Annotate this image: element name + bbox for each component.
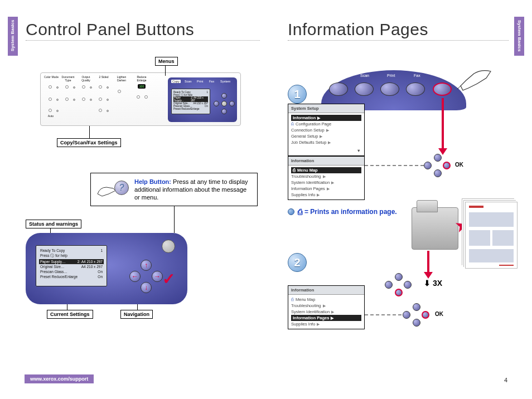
menu-system-setup: System Setup Information▶ ⎙Configuration… <box>288 104 365 156</box>
label-color-mode: Color Mode <box>43 75 60 79</box>
dpad-down-3x <box>385 273 413 295</box>
page-number: 4 <box>504 377 507 383</box>
tab-scan: Scan <box>185 80 192 83</box>
panel-lcd: Ready To Copy1 Press ⓘ for help Paper Su… <box>171 89 210 114</box>
callout-status-warnings: Status and warnings <box>26 220 81 228</box>
help-button-small <box>162 240 175 253</box>
label-2sided: 2 Sided <box>95 75 112 79</box>
nav-dpad: ↑ ← → ↓ ✓ <box>129 260 173 294</box>
help-button-icon: ? <box>114 181 129 195</box>
callout-menus: Menus <box>155 57 178 66</box>
step-1-badge: 1 <box>288 85 307 104</box>
sample-printout <box>465 202 518 269</box>
hand-press-system <box>453 68 492 104</box>
status-figure: Ready To Copy1 Press ⓘ for help Paper Su… <box>26 233 187 304</box>
tab-system: System <box>220 80 230 83</box>
printer-figure: ➤ <box>412 207 458 250</box>
title-information-pages: Information Pages <box>288 20 509 41</box>
ok-label-2: OK <box>435 311 443 317</box>
label-document-type: Document Type <box>60 75 76 82</box>
prints-info-label: ⎙= Prints an information page. <box>288 207 397 216</box>
ok-label-1: OK <box>455 162 463 168</box>
status-lcd: Ready To Copy1 Press ⓘ for help Paper Su… <box>36 245 107 286</box>
down-3x-label: 3X <box>424 279 442 288</box>
control-panel-figure: Color Mode Document Type Output Quality … <box>40 72 241 126</box>
tab-print: Print <box>197 80 203 83</box>
label-lighten-darken: Lighten Darken <box>113 75 130 82</box>
ok-check-icon: ✓ <box>162 270 175 288</box>
footer-url: www.xerox.com/support <box>25 374 94 383</box>
side-tab-right: System Basics <box>514 17 524 56</box>
label-auto: Auto <box>45 114 56 118</box>
tab2-fax: Fax <box>414 74 420 77</box>
dashed-to-ok-2 <box>365 314 402 315</box>
callout-current-settings: Current Settings <box>47 310 93 319</box>
side-tab-left: System Basics <box>8 17 18 56</box>
dpad-ok-1 <box>424 154 452 176</box>
tab2-copy: Copy <box>335 74 344 77</box>
title-control-panel: Control Panel Buttons <box>26 20 260 41</box>
label-reduce-enlarge: Reduce Enlarge <box>133 75 150 82</box>
system-button-highlight <box>433 82 452 96</box>
callout-navigation: Navigation <box>120 310 153 319</box>
dpad-ok-2 <box>403 303 431 325</box>
tab2-print: Print <box>387 74 395 77</box>
red-arrow-1 <box>442 98 444 149</box>
step-2-badge: 2 <box>288 253 307 272</box>
led-display: 100 <box>138 84 146 89</box>
dashed-to-ok-1 <box>365 165 424 166</box>
tab2-scan: Scan <box>360 74 369 77</box>
menu-information-1: Information ⎙Menu Map Troubleshooting▶ S… <box>288 156 365 200</box>
menu-information-2: Information ⎙Menu Map Troubleshooting▶ S… <box>288 285 365 329</box>
tab2-system: System <box>437 74 450 77</box>
help-box: ? Help Button: Press at any time to disp… <box>90 173 258 206</box>
tab-fax: Fax <box>209 80 214 83</box>
tab-copy: Copy <box>171 80 181 83</box>
label-output-quality: Output Quality <box>78 75 94 82</box>
callout-copy-scan-fax: Copy/Scan/Fax Settings <box>57 138 121 147</box>
red-arrow-2 <box>427 251 429 273</box>
